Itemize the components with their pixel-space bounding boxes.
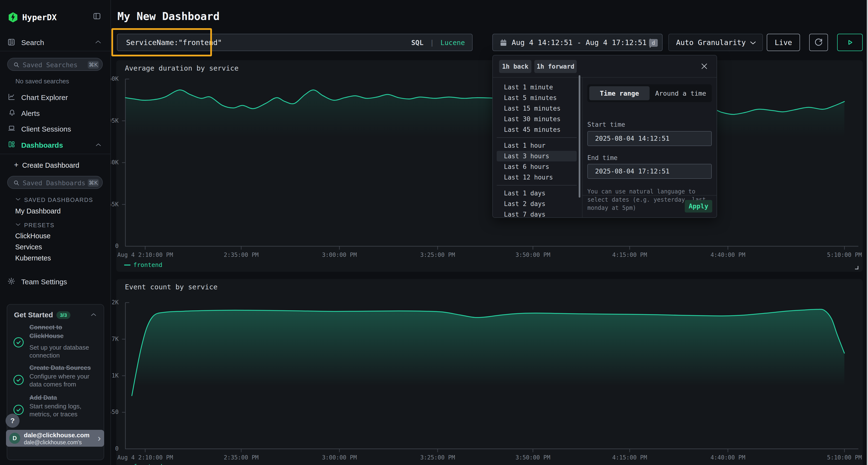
saved-searches-input[interactable]: Saved Searches ⌘K xyxy=(7,58,103,71)
time-range-input[interactable]: Aug 4 14:12:51 - Aug 4 17:12:51 d xyxy=(492,34,662,51)
panel-resize-handle[interactable] xyxy=(855,266,858,269)
sidebar-item-label: Client Sessions xyxy=(21,125,71,133)
time-range-option[interactable]: Last 12 hours xyxy=(497,172,577,182)
shortcut-badge: ⌘K xyxy=(88,61,99,69)
scrollbar[interactable] xyxy=(867,0,868,465)
granularity-select[interactable]: Auto Granularity xyxy=(669,34,763,51)
time-range-option[interactable]: Last 1 days xyxy=(497,188,577,199)
time-range-option[interactable]: Last 1 minute xyxy=(497,82,577,93)
help-button[interactable]: ? xyxy=(5,414,20,428)
calendar-icon xyxy=(499,38,508,47)
sidebar-item-services[interactable]: Services xyxy=(15,243,42,251)
brand-name: HyperDX xyxy=(22,12,57,22)
series-line-frontend xyxy=(125,90,844,121)
time-range-option[interactable]: Last 7 days xyxy=(497,209,577,218)
shift-forward-button[interactable]: 1h forward xyxy=(534,60,577,73)
x-tick-label: Aug 4 2:10:00 PM xyxy=(106,454,184,461)
divider xyxy=(0,51,111,51)
saved-dashboards-input[interactable]: Saved Dashboards ⌘K xyxy=(7,176,103,189)
live-button[interactable]: Live xyxy=(767,34,800,51)
sidebar-item-chart-explorer[interactable]: Chart Explorer xyxy=(0,93,111,104)
tab-around-a-time[interactable]: Around a time xyxy=(651,86,710,100)
sql-toggle[interactable]: SQL xyxy=(411,39,424,47)
saved-dashboards-section-header[interactable]: SAVED DASHBOARDS xyxy=(0,196,111,204)
divider xyxy=(497,185,577,186)
run-query-button[interactable] xyxy=(837,34,863,51)
create-dashboard-button[interactable]: + Create Dashboard xyxy=(0,160,111,171)
x-tick-label: 3:25:00 PM xyxy=(399,252,476,258)
chart-explorer-icon xyxy=(8,93,16,101)
close-icon[interactable] xyxy=(700,62,708,70)
get-started-item-desc: Start sending logs, metrics, or traces xyxy=(29,402,81,418)
chart-panel-avg-duration: Average duration by service 260K195K130K… xyxy=(116,60,863,272)
get-started-item-title[interactable]: Connect to ClickHouse xyxy=(29,323,90,340)
dashboards-icon xyxy=(8,140,16,148)
x-tick-label: 4:40:00 PM xyxy=(689,252,767,258)
x-tick-label: 5:10:00 PM xyxy=(806,454,868,461)
sidebar-item-team-settings[interactable]: Team Settings xyxy=(0,276,111,288)
time-range-option[interactable]: Last 30 minutes xyxy=(497,114,577,124)
collapse-sidebar-icon[interactable] xyxy=(93,12,101,20)
series-line-frontend xyxy=(132,309,844,396)
bell-icon xyxy=(8,109,16,117)
x-tick-label: 4:15:00 PM xyxy=(591,252,669,258)
tab-time-range[interactable]: Time range xyxy=(589,86,650,100)
chart-canvas xyxy=(116,279,863,465)
saved-searches-placeholder: Saved Searches xyxy=(23,61,78,69)
end-time-label: End time xyxy=(587,154,618,161)
get-started-title: Get Started xyxy=(14,311,53,319)
time-range-option[interactable]: Last 5 minutes xyxy=(497,93,577,103)
end-time-input[interactable]: 2025-08-04 17:12:51 xyxy=(587,164,712,179)
keyboard-hint-badge: d xyxy=(649,39,658,47)
search-section-icon xyxy=(7,38,16,46)
time-range-option[interactable]: Last 1 hour xyxy=(497,140,577,151)
get-started-item-title[interactable]: Add Data xyxy=(29,393,106,402)
start-time-label: Start time xyxy=(587,121,625,128)
x-tick-label: Aug 4 2:10:00 PM xyxy=(106,252,184,258)
scrollbar[interactable] xyxy=(579,75,580,198)
sidebar-item-alerts[interactable]: Alerts xyxy=(0,108,111,119)
time-range-option[interactable]: Last 3 hours xyxy=(497,151,577,161)
sidebar-item-client-sessions[interactable]: Client Sessions xyxy=(0,124,111,135)
x-tick-label: 3:00:00 PM xyxy=(301,252,378,258)
play-icon xyxy=(845,38,854,47)
time-range-option[interactable]: Last 15 minutes xyxy=(497,103,577,114)
user-account-chip[interactable]: D dale@clickhouse.com dale@clickhouse.co… xyxy=(6,430,104,447)
get-started-item-title[interactable]: Create Data Sources xyxy=(29,363,106,372)
page-title: My New Dashboard xyxy=(117,10,220,23)
divider xyxy=(0,154,111,154)
x-tick-label: 2:35:00 PM xyxy=(203,454,280,461)
sidebar-item-kubernetes[interactable]: Kubernetes xyxy=(15,254,51,262)
sidebar-item-my-dashboard[interactable]: My Dashboard xyxy=(15,207,61,215)
time-picker-popup: 1h back 1h forward Last 1 minuteLast 5 m… xyxy=(492,55,717,218)
time-range-option[interactable]: Last 6 hours xyxy=(497,161,577,172)
sidebar-item-label: Team Settings xyxy=(21,278,67,286)
sidebar-item-label: Chart Explorer xyxy=(21,94,68,102)
chart-legend[interactable]: frontend xyxy=(124,261,162,268)
check-circle-icon xyxy=(13,337,24,347)
start-time-input[interactable]: 2025-08-04 14:12:51 xyxy=(587,131,712,146)
sidebar-item-clickhouse[interactable]: ClickHouse xyxy=(15,232,51,240)
time-range-value: Aug 4 14:12:51 - Aug 4 17:12:51 xyxy=(512,38,647,47)
gear-icon xyxy=(7,277,16,285)
shift-back-button[interactable]: 1h back xyxy=(499,60,531,73)
lucene-toggle[interactable]: Lucene xyxy=(440,39,465,47)
presets-section-header[interactable]: PRESETS xyxy=(0,221,111,230)
time-range-option[interactable]: Last 45 minutes xyxy=(497,124,577,135)
sidebar: HyperDX Search Saved Searche xyxy=(0,0,111,465)
check-circle-icon xyxy=(13,375,24,385)
x-tick-label: 4:15:00 PM xyxy=(591,454,669,461)
sidebar-item-dashboards[interactable]: Dashboards xyxy=(0,140,111,151)
time-picker-custom-pane: Time range Around a time Start time 2025… xyxy=(582,77,717,218)
time-range-option[interactable]: Last 2 days xyxy=(497,199,577,209)
chart-panel-event-count: Event count by service 2.2K1.7K1.1K5500A… xyxy=(116,279,863,465)
refresh-button[interactable] xyxy=(809,34,828,51)
saved-dashboards-placeholder: Saved Dashboards xyxy=(23,179,85,187)
quick-range-list: Last 1 minuteLast 5 minutesLast 15 minut… xyxy=(493,77,579,218)
divider xyxy=(583,195,717,196)
chart-legend[interactable]: frontend xyxy=(124,463,162,465)
chevron-up-icon[interactable] xyxy=(91,313,96,317)
sidebar-item-search[interactable]: Search xyxy=(0,37,111,49)
apply-button[interactable]: Apply xyxy=(685,200,712,212)
chart-title: Average duration by service xyxy=(125,64,239,72)
